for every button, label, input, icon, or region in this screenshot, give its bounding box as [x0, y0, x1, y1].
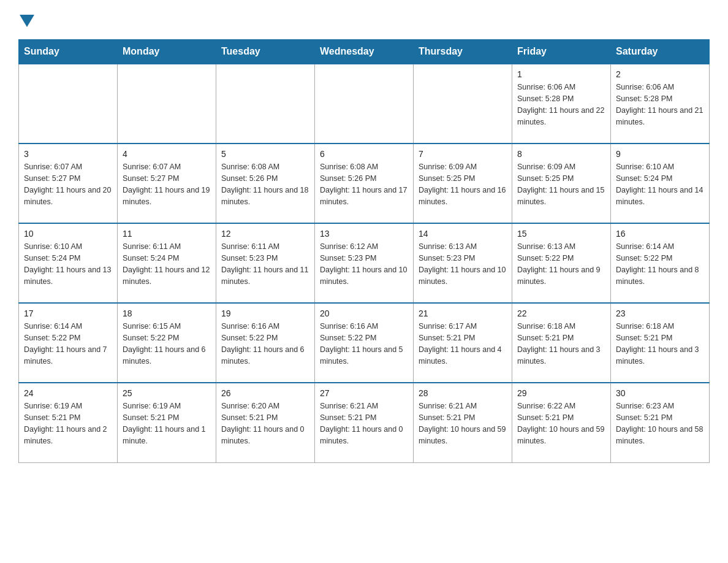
day-info: Sunrise: 6:14 AMSunset: 5:22 PMDaylight:… — [616, 241, 704, 287]
calendar-cell: 1Sunrise: 6:06 AMSunset: 5:28 PMDaylight… — [512, 64, 611, 144]
day-info: Sunrise: 6:18 AMSunset: 5:21 PMDaylight:… — [616, 321, 704, 367]
day-info: Sunrise: 6:17 AMSunset: 5:21 PMDaylight:… — [419, 321, 507, 367]
day-info: Sunrise: 6:15 AMSunset: 5:22 PMDaylight:… — [123, 321, 211, 367]
calendar-cell: 19Sunrise: 6:16 AMSunset: 5:22 PMDayligh… — [216, 303, 315, 383]
day-info: Sunrise: 6:07 AMSunset: 5:27 PMDaylight:… — [24, 161, 112, 207]
calendar-cell: 14Sunrise: 6:13 AMSunset: 5:23 PMDayligh… — [414, 223, 512, 303]
day-info: Sunrise: 6:23 AMSunset: 5:21 PMDaylight:… — [616, 400, 704, 446]
day-number: 10 — [24, 228, 112, 240]
calendar-cell: 18Sunrise: 6:15 AMSunset: 5:22 PMDayligh… — [118, 303, 216, 383]
day-number: 15 — [517, 228, 605, 240]
day-number: 14 — [419, 228, 507, 240]
day-number: 3 — [24, 148, 112, 160]
day-info: Sunrise: 6:10 AMSunset: 5:24 PMDaylight:… — [616, 161, 704, 207]
day-number: 29 — [517, 387, 605, 399]
day-number: 6 — [320, 148, 408, 160]
day-info: Sunrise: 6:09 AMSunset: 5:25 PMDaylight:… — [517, 161, 605, 207]
page-header — [18, 12, 710, 27]
day-number: 5 — [221, 148, 309, 160]
day-info: Sunrise: 6:13 AMSunset: 5:22 PMDaylight:… — [517, 241, 605, 287]
day-number: 25 — [123, 387, 211, 399]
calendar-cell: 10Sunrise: 6:10 AMSunset: 5:24 PMDayligh… — [19, 223, 118, 303]
day-number: 30 — [616, 387, 704, 399]
calendar-week-row: 10Sunrise: 6:10 AMSunset: 5:24 PMDayligh… — [19, 223, 710, 303]
calendar-cell: 24Sunrise: 6:19 AMSunset: 5:21 PMDayligh… — [19, 383, 118, 462]
calendar-week-row: 1Sunrise: 6:06 AMSunset: 5:28 PMDaylight… — [19, 64, 710, 144]
day-info: Sunrise: 6:09 AMSunset: 5:25 PMDaylight:… — [419, 161, 507, 207]
calendar-cell: 21Sunrise: 6:17 AMSunset: 5:21 PMDayligh… — [414, 303, 512, 383]
day-number: 12 — [221, 228, 309, 240]
calendar-cell: 28Sunrise: 6:21 AMSunset: 5:21 PMDayligh… — [414, 383, 512, 462]
calendar-cell: 11Sunrise: 6:11 AMSunset: 5:24 PMDayligh… — [118, 223, 216, 303]
calendar-week-row: 3Sunrise: 6:07 AMSunset: 5:27 PMDaylight… — [19, 144, 710, 223]
day-number: 22 — [517, 307, 605, 320]
calendar-day-header: Monday — [118, 40, 216, 64]
logo — [18, 12, 34, 27]
calendar-cell — [315, 64, 414, 144]
day-info: Sunrise: 6:19 AMSunset: 5:21 PMDaylight:… — [123, 400, 211, 446]
day-number: 24 — [24, 387, 112, 399]
day-number: 18 — [123, 307, 211, 320]
calendar-cell: 15Sunrise: 6:13 AMSunset: 5:22 PMDayligh… — [512, 223, 611, 303]
calendar-week-row: 24Sunrise: 6:19 AMSunset: 5:21 PMDayligh… — [19, 383, 710, 462]
day-info: Sunrise: 6:16 AMSunset: 5:22 PMDaylight:… — [320, 321, 408, 367]
day-number: 9 — [616, 148, 704, 160]
day-info: Sunrise: 6:06 AMSunset: 5:28 PMDaylight:… — [517, 82, 605, 128]
day-number: 7 — [419, 148, 507, 160]
day-info: Sunrise: 6:06 AMSunset: 5:28 PMDaylight:… — [616, 82, 704, 128]
day-info: Sunrise: 6:19 AMSunset: 5:21 PMDaylight:… — [24, 400, 112, 446]
calendar-cell: 30Sunrise: 6:23 AMSunset: 5:21 PMDayligh… — [611, 383, 710, 462]
day-info: Sunrise: 6:10 AMSunset: 5:24 PMDaylight:… — [24, 241, 112, 287]
calendar-cell: 3Sunrise: 6:07 AMSunset: 5:27 PMDaylight… — [19, 144, 118, 223]
logo-triangle-icon — [20, 15, 34, 27]
calendar-cell: 27Sunrise: 6:21 AMSunset: 5:21 PMDayligh… — [315, 383, 414, 462]
day-number: 13 — [320, 228, 408, 240]
calendar-day-header: Thursday — [414, 40, 512, 64]
calendar-cell: 6Sunrise: 6:08 AMSunset: 5:26 PMDaylight… — [315, 144, 414, 223]
day-number: 20 — [320, 307, 408, 320]
day-info: Sunrise: 6:14 AMSunset: 5:22 PMDaylight:… — [24, 321, 112, 367]
day-info: Sunrise: 6:12 AMSunset: 5:23 PMDaylight:… — [320, 241, 408, 287]
day-number: 4 — [123, 148, 211, 160]
day-number: 2 — [616, 68, 704, 80]
calendar-header-row: SundayMondayTuesdayWednesdayThursdayFrid… — [19, 40, 710, 64]
calendar-day-header: Tuesday — [216, 40, 315, 64]
day-info: Sunrise: 6:21 AMSunset: 5:21 PMDaylight:… — [320, 400, 408, 446]
calendar-cell: 26Sunrise: 6:20 AMSunset: 5:21 PMDayligh… — [216, 383, 315, 462]
calendar-cell — [414, 64, 512, 144]
day-info: Sunrise: 6:08 AMSunset: 5:26 PMDaylight:… — [320, 161, 408, 207]
day-number: 8 — [517, 148, 605, 160]
day-number: 23 — [616, 307, 704, 320]
calendar-cell — [216, 64, 315, 144]
day-info: Sunrise: 6:13 AMSunset: 5:23 PMDaylight:… — [419, 241, 507, 287]
calendar-cell: 9Sunrise: 6:10 AMSunset: 5:24 PMDaylight… — [611, 144, 710, 223]
day-info: Sunrise: 6:11 AMSunset: 5:24 PMDaylight:… — [123, 241, 211, 287]
calendar-cell: 17Sunrise: 6:14 AMSunset: 5:22 PMDayligh… — [19, 303, 118, 383]
day-number: 17 — [24, 307, 112, 320]
calendar-cell: 2Sunrise: 6:06 AMSunset: 5:28 PMDaylight… — [611, 64, 710, 144]
calendar-cell: 29Sunrise: 6:22 AMSunset: 5:21 PMDayligh… — [512, 383, 611, 462]
day-info: Sunrise: 6:22 AMSunset: 5:21 PMDaylight:… — [517, 400, 605, 446]
day-info: Sunrise: 6:08 AMSunset: 5:26 PMDaylight:… — [221, 161, 309, 207]
calendar-cell: 23Sunrise: 6:18 AMSunset: 5:21 PMDayligh… — [611, 303, 710, 383]
day-info: Sunrise: 6:20 AMSunset: 5:21 PMDaylight:… — [221, 400, 309, 446]
calendar-cell: 8Sunrise: 6:09 AMSunset: 5:25 PMDaylight… — [512, 144, 611, 223]
day-info: Sunrise: 6:18 AMSunset: 5:21 PMDaylight:… — [517, 321, 605, 367]
day-number: 19 — [221, 307, 309, 320]
calendar-cell — [19, 64, 118, 144]
calendar-cell: 25Sunrise: 6:19 AMSunset: 5:21 PMDayligh… — [118, 383, 216, 462]
calendar-day-header: Friday — [512, 40, 611, 64]
day-number: 27 — [320, 387, 408, 399]
calendar-cell: 16Sunrise: 6:14 AMSunset: 5:22 PMDayligh… — [611, 223, 710, 303]
calendar-cell: 7Sunrise: 6:09 AMSunset: 5:25 PMDaylight… — [414, 144, 512, 223]
day-info: Sunrise: 6:21 AMSunset: 5:21 PMDaylight:… — [419, 400, 507, 446]
calendar-cell: 22Sunrise: 6:18 AMSunset: 5:21 PMDayligh… — [512, 303, 611, 383]
day-number: 1 — [517, 68, 605, 80]
day-number: 28 — [419, 387, 507, 399]
calendar-cell — [118, 64, 216, 144]
calendar-cell: 13Sunrise: 6:12 AMSunset: 5:23 PMDayligh… — [315, 223, 414, 303]
calendar-cell: 5Sunrise: 6:08 AMSunset: 5:26 PMDaylight… — [216, 144, 315, 223]
day-number: 26 — [221, 387, 309, 399]
day-number: 11 — [123, 228, 211, 240]
calendar-cell: 4Sunrise: 6:07 AMSunset: 5:27 PMDaylight… — [118, 144, 216, 223]
